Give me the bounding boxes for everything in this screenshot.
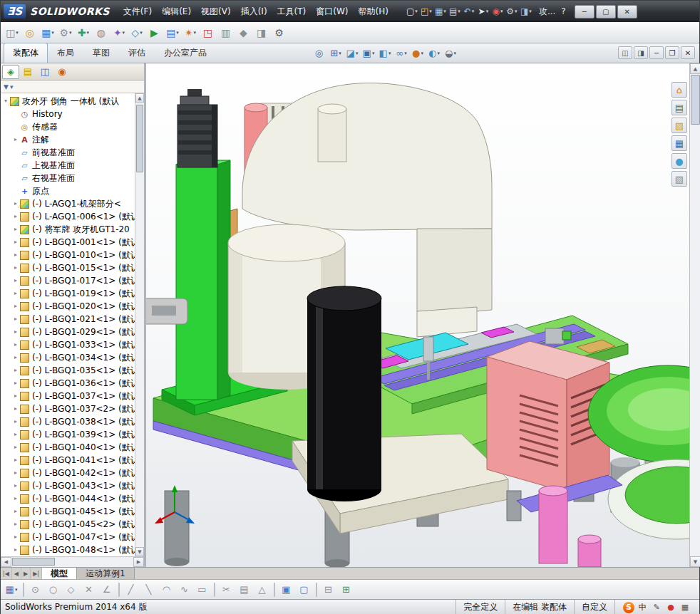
mass-properties-icon[interactable]: ◆ <box>235 24 252 41</box>
insert-components-icon[interactable]: ◫ ▾ <box>4 24 21 41</box>
solidworks-resources-icon[interactable]: ⌂ <box>671 82 687 98</box>
close-button[interactable]: ✕ <box>617 5 637 19</box>
expand-arrow-icon[interactable]: ▸ <box>12 261 19 274</box>
tree-vertical-scrollbar[interactable]: ▲ ▼ <box>135 93 144 556</box>
minimize-button[interactable]: ─ <box>575 5 595 19</box>
tree-item[interactable]: ▸ (-) L-BGQ1-037<2> (默认 <box>1 402 135 415</box>
expand-arrow-icon[interactable]: ▸ <box>12 274 19 287</box>
tree-item[interactable]: ▸ (-) L-BGQ1-029<1> (默认 <box>1 326 135 338</box>
reference-geometry-icon[interactable]: ◇ ▾ <box>128 24 145 41</box>
expand-arrow-icon[interactable]: ▸ <box>12 313 19 326</box>
expand-arrow-icon[interactable]: ▸ <box>12 390 19 402</box>
tree-item[interactable]: ▸ (-) L-BGQ1-038<1> (默认 <box>1 415 135 428</box>
angle-icon[interactable]: ∠ <box>98 581 115 598</box>
custom-properties-icon[interactable]: ▧ <box>671 171 687 187</box>
tab-nav-arrow[interactable]: ▶ <box>21 568 31 579</box>
tree-item[interactable]: ▸ (-) L-BGQ1-015<1> (默认 <box>1 261 135 274</box>
command-tab[interactable]: 办公室产品 <box>155 43 216 63</box>
tab-nav-arrow[interactable]: |◀ <box>1 568 12 579</box>
expand-arrow-icon[interactable]: ▸ <box>12 415 19 428</box>
view-orientation-icon[interactable]: ▣ ▾ <box>361 46 376 61</box>
spline-icon[interactable]: ∿ <box>176 581 193 598</box>
doc-restore-icon[interactable]: ❐ <box>665 46 679 59</box>
show-hidden-components-icon[interactable]: ◍ <box>93 24 110 41</box>
tree-item[interactable]: ▸ (-) L-BGQ1-037<1> (默认 <box>1 390 135 402</box>
menu-item[interactable]: 插入(I) <box>236 3 272 21</box>
tree-item[interactable]: ▸ (-) L-BGQ1-047<1> (默认 <box>1 531 135 543</box>
tree-item[interactable]: ▸ (-) L-BGQ1-035<1> (默认 <box>1 364 135 377</box>
tree-item[interactable]: ▾ ⚠ 攻外牙 倒角 一体机 (默认 <box>1 95 135 108</box>
document-tab[interactable]: 运动算例1 <box>77 568 135 579</box>
design-library-icon[interactable]: ▤ <box>671 100 687 115</box>
displaymanager-tab[interactable]: ◉ <box>53 65 71 79</box>
grid-icon[interactable]: ⊞ <box>338 581 355 598</box>
file-explorer-icon[interactable]: ▨ <box>671 118 687 133</box>
scroll-up-arrow[interactable]: ▲ <box>135 93 144 103</box>
expand-arrow-icon[interactable]: ▸ <box>12 543 19 556</box>
tree-item[interactable]: ◎ 传感器 <box>1 120 135 133</box>
rectangle-icon[interactable]: ▭ <box>194 581 211 598</box>
tree-item[interactable]: ▸ (-) L-BGQ1-044<1> (默认 <box>1 492 135 505</box>
model-3d-view[interactable] <box>146 63 689 567</box>
tree-item[interactable]: ▱ 右视基准面 <box>1 172 135 184</box>
expand-arrow-icon[interactable]: ▸ <box>12 223 19 236</box>
section-view-icon[interactable]: ◪ ▾ <box>344 46 360 61</box>
trim-entities-icon[interactable]: ✂ <box>218 581 235 598</box>
expand-arrow-icon[interactable]: ▸ <box>12 492 19 505</box>
menu-item[interactable]: 窗口(W) <box>311 3 353 21</box>
options-icon[interactable]: ⚙ ▾ <box>505 4 519 19</box>
expand-arrow-icon[interactable]: ▸ <box>12 377 19 390</box>
convert-entities-icon[interactable]: ▤ <box>236 581 253 598</box>
tree-item[interactable]: ▸ A 注解 <box>1 133 135 146</box>
help-icon[interactable]: ? <box>561 6 565 16</box>
menu-item[interactable]: 工具(T) <box>272 3 312 21</box>
keyboard-icon[interactable]: ▦ <box>679 602 691 613</box>
polygon-icon[interactable]: ◇ <box>63 581 80 598</box>
expand-arrow-icon[interactable]: ▸ <box>12 518 19 531</box>
tree-item[interactable]: ▱ 前视基准面 <box>1 146 135 159</box>
expand-arrow-icon[interactable]: ▸ <box>12 351 19 364</box>
front-cylinders[interactable] <box>517 475 622 567</box>
command-tab[interactable]: 布局 <box>48 43 83 63</box>
display-style-icon[interactable]: ◧ ▾ <box>377 46 393 61</box>
tree-item[interactable]: ▸ (-) L-BGQ1-036<1> (默认 <box>1 377 135 390</box>
scrollbar-thumb[interactable] <box>691 75 700 125</box>
configurationmanager-tab[interactable]: ◫ <box>36 65 53 79</box>
tree-item[interactable]: ▸ (-) L-BGQ1-017<1> (默认 <box>1 274 135 287</box>
tree-item[interactable]: ▸ (-) L-BGQ1-042<1> (默认 <box>1 467 135 479</box>
tree-item[interactable]: ▸ (-) L-BGQ1-034<1> (默认 <box>1 351 135 364</box>
undo-icon[interactable]: ↶ ▾ <box>462 4 476 19</box>
interference-detection-icon[interactable]: ◳ <box>200 24 217 41</box>
propertymanager-tab[interactable]: ▤ <box>19 65 36 79</box>
chinese-mode-icon[interactable]: 中 <box>636 602 649 613</box>
expand-arrow-icon[interactable]: ▸ <box>12 428 19 441</box>
tree-item[interactable]: ▸ ⚠ (-) L-AGQ1-机架部分< <box>1 197 135 210</box>
expand-arrow-icon[interactable]: ▸ <box>12 287 19 300</box>
scrollbar-track[interactable] <box>56 557 133 567</box>
select-icon[interactable]: ➤ ▾ <box>476 4 490 19</box>
pin-icon[interactable]: ◫ <box>618 46 632 59</box>
tree-horizontal-scrollbar[interactable]: ◀ ▶ <box>1 556 144 567</box>
tree-item[interactable]: + 原点 <box>1 184 135 197</box>
scrollbar-thumb[interactable] <box>12 558 55 566</box>
point-icon[interactable]: ⊙ <box>27 581 44 598</box>
expand-arrow-icon[interactable]: ▸ <box>12 505 19 518</box>
view-palette-icon[interactable]: ▦ <box>671 135 687 151</box>
zoom-area-icon[interactable]: ⊞ ▾ <box>328 46 344 61</box>
tree-item[interactable]: ▸ (-) L-BGQ1-020<1> (默认 <box>1 300 135 313</box>
tree-item[interactable]: ▸ (-) L-BGQ1-043<1> (默认 <box>1 479 135 492</box>
expand-arrow-icon[interactable]: ▸ <box>12 402 19 415</box>
expand-arrow-icon[interactable]: ▸ <box>12 236 19 249</box>
expand-arrow-icon[interactable]: ▸ <box>12 479 19 492</box>
scroll-down-arrow[interactable]: ▼ <box>135 547 144 556</box>
save-icon[interactable]: ▦ ▾ <box>433 4 448 19</box>
expand-arrow-icon[interactable]: ▸ <box>12 338 19 351</box>
expand-arrow-icon[interactable]: ▸ <box>12 300 19 313</box>
apply-scene-icon[interactable]: ◐ ▾ <box>426 46 442 61</box>
graphics-viewport[interactable]: ⌂▤▨▦●▧ <box>146 63 689 567</box>
scroll-up-arrow[interactable]: ▲ <box>690 63 700 74</box>
save-icon[interactable]: ▦ ▾ <box>3 581 20 598</box>
tree-item[interactable]: ▱ 上视基准面 <box>1 159 135 172</box>
tree-item[interactable]: ◷ History <box>1 108 135 120</box>
menu-item[interactable]: 文件(F) <box>118 3 157 21</box>
